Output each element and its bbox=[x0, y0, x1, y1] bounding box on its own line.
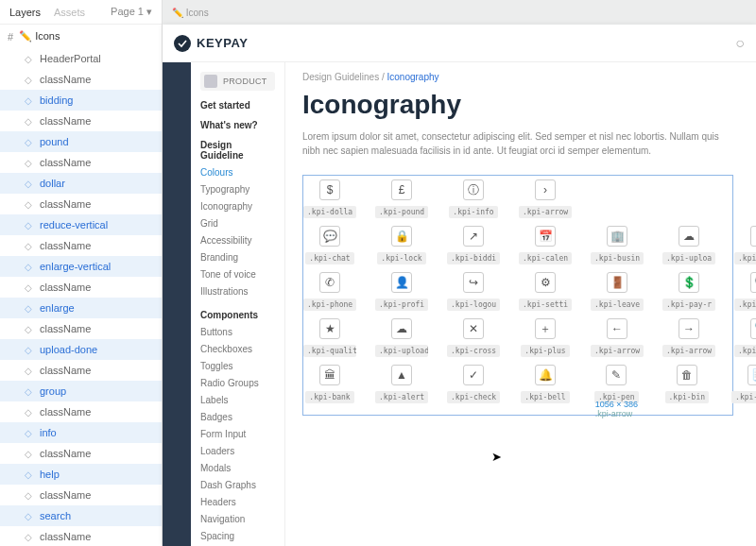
icon-cell[interactable]: ☁.kpi-uploa bbox=[666, 226, 712, 264]
layer-item[interactable]: ◇className bbox=[0, 194, 162, 214]
icon-grid[interactable]: $.kpi-dolla£.kpi-poundⓘ.kpi-info›.kpi-ar… bbox=[302, 175, 733, 416]
page-dropdown[interactable]: Page 1 ▾ bbox=[111, 6, 152, 18]
layer-item[interactable]: ◇className bbox=[0, 235, 162, 256]
sidebar-item[interactable]: Buttons bbox=[200, 324, 275, 341]
icon-cell[interactable]: 💬.kpi-chat bbox=[307, 226, 352, 264]
crumb-root[interactable]: Design Guidelines bbox=[302, 72, 379, 82]
layer-item[interactable]: ◇help bbox=[0, 464, 162, 485]
sidebar-item[interactable]: Modals bbox=[200, 460, 275, 477]
icon-cell[interactable]: ↪.kpi-logou bbox=[451, 272, 496, 311]
sidebar-item[interactable]: Iconography bbox=[200, 198, 275, 215]
sidebar-item[interactable]: Radio Groups bbox=[200, 375, 275, 392]
icon-cell[interactable]: ☁.kpi-upload bbox=[379, 318, 424, 357]
sidebar-item[interactable]: Loaders bbox=[200, 443, 275, 460]
icon-cell[interactable]: ›.kpi-arrow bbox=[523, 179, 568, 218]
layer-item[interactable]: ◇className bbox=[0, 360, 162, 381]
icon-cell[interactable]: 👤.kpi-profi bbox=[379, 272, 424, 311]
icon-cell[interactable]: 🔍.kpi-searc bbox=[738, 272, 756, 311]
sidebar-item[interactable]: Dash Graphs bbox=[200, 477, 275, 494]
product-switch[interactable]: PRODUCT bbox=[200, 72, 275, 91]
layer-item[interactable]: ◇className bbox=[0, 277, 162, 298]
icon-cell[interactable]: ⤢.kpi-enlar bbox=[738, 226, 756, 264]
icon-label: .kpi-alert bbox=[375, 391, 428, 403]
icon-label: .kpi-bin bbox=[665, 391, 710, 403]
icon-label: .kpi-biddi bbox=[447, 252, 500, 264]
layer-item[interactable]: ◇HeaderPortal bbox=[0, 48, 162, 69]
sidebar-item[interactable]: Accessibility bbox=[200, 232, 275, 249]
icon-cell[interactable]: ▲.kpi-alert bbox=[379, 365, 424, 403]
icon-cell[interactable]: ←.kpi-arrow bbox=[594, 318, 640, 357]
layer-item[interactable]: ◇className bbox=[0, 526, 162, 546]
icon-cell[interactable]: ⚙.kpi-setti bbox=[523, 272, 568, 311]
layer-item[interactable]: ◇dollar bbox=[0, 173, 162, 194]
brand-logo[interactable]: KEYPAY bbox=[174, 35, 248, 52]
icon-label: .kpi-arrow bbox=[519, 206, 572, 218]
dark-rail bbox=[163, 62, 191, 546]
layer-item[interactable]: ◇upload-done bbox=[0, 339, 162, 360]
sidebar-item[interactable]: Grid bbox=[200, 215, 275, 232]
icon-cell[interactable]: 🗑.kpi-bin bbox=[665, 365, 710, 403]
section-components: Components bbox=[200, 310, 275, 320]
sidebar-item[interactable]: Typography bbox=[200, 181, 275, 198]
icon-cell[interactable]: ⓘ.kpi-info bbox=[451, 179, 496, 218]
layer-item[interactable]: ◇className bbox=[0, 152, 162, 173]
icon-cell[interactable]: £.kpi-pound bbox=[379, 179, 424, 218]
sidebar-item[interactable]: Toggles bbox=[200, 358, 275, 375]
sidebar-item[interactable]: Headers bbox=[200, 494, 275, 511]
layer-item[interactable]: ◇search bbox=[0, 505, 162, 526]
layer-item[interactable]: ◇className bbox=[0, 318, 162, 339]
tab-layers[interactable]: Layers bbox=[9, 7, 41, 18]
icon-label: .kpi-setti bbox=[519, 299, 572, 311]
icon-cell[interactable]: ✎.kpi-pen bbox=[594, 365, 639, 403]
svg-point-0 bbox=[174, 35, 191, 52]
icon-cell[interactable]: $.kpi-dolla bbox=[307, 179, 352, 218]
sidebar-item[interactable]: Spacing bbox=[200, 528, 275, 545]
layer-item[interactable]: ◇bidding bbox=[0, 90, 162, 111]
sidebar-item[interactable]: Form Input bbox=[200, 426, 275, 443]
sidebar-item[interactable]: Tone of voice bbox=[200, 266, 275, 283]
layer-item[interactable]: ◇className bbox=[0, 443, 162, 464]
layer-item[interactable]: ◇className bbox=[0, 69, 162, 90]
icon-cell[interactable]: ＋.kpi-plus bbox=[523, 318, 568, 357]
sidebar-item[interactable]: Checkboxes bbox=[200, 341, 275, 358]
layer-item[interactable]: ◇className bbox=[0, 485, 162, 505]
layer-item[interactable]: ◇pound bbox=[0, 131, 162, 152]
icon-cell[interactable]: →.kpi-arrow bbox=[666, 318, 712, 357]
layer-item[interactable]: ◇className bbox=[0, 111, 162, 131]
icon-cell[interactable]: ✆.kpi-phone bbox=[307, 272, 352, 311]
app-header: KEYPAY ○ bbox=[163, 25, 756, 62]
sidebar-item[interactable]: Navigation bbox=[200, 511, 275, 528]
sidebar-item[interactable]: Branding bbox=[200, 249, 275, 266]
section-heading[interactable]: Design Guideline bbox=[200, 140, 275, 161]
icon-cell[interactable]: 📑.kpi-claim bbox=[735, 365, 756, 403]
icon-cell[interactable]: 🏢.kpi-busin bbox=[594, 226, 640, 264]
layer-item[interactable]: ◇reduce-vertical bbox=[0, 214, 162, 235]
sidebar-item[interactable]: Colours bbox=[200, 164, 275, 181]
icon-cell[interactable]: ↗.kpi-biddi bbox=[451, 226, 496, 264]
icon-cell[interactable]: ★.kpi-qualit bbox=[307, 318, 352, 357]
canvas-frame-label[interactable]: ✏️ Icons bbox=[163, 0, 756, 25]
icon-cell[interactable]: 🔒.kpi-lock bbox=[379, 226, 424, 264]
section-heading[interactable]: Get started bbox=[200, 100, 275, 111]
canvas[interactable]: ✏️ Icons KEYPAY ○ PRODUCT Get startedWha… bbox=[163, 0, 756, 546]
frame-title[interactable]: # ✏️ Icons bbox=[0, 25, 162, 48]
layer-item[interactable]: ◇info bbox=[0, 422, 162, 443]
icon-cell[interactable]: 🔔.kpi-bell bbox=[523, 365, 568, 403]
sidebar-item[interactable]: Badges bbox=[200, 409, 275, 426]
icon-cell[interactable]: 📎.kpi-attach bbox=[738, 318, 756, 357]
layer-item[interactable]: ◇className bbox=[0, 401, 162, 422]
layer-item[interactable]: ◇enlarge-vertical bbox=[0, 256, 162, 277]
section-heading[interactable]: What's new? bbox=[200, 120, 275, 130]
icon-cell[interactable]: 💲.kpi-pay-r bbox=[666, 272, 712, 311]
search-icon[interactable]: ○ bbox=[735, 35, 745, 52]
layer-item[interactable]: ◇group bbox=[0, 381, 162, 401]
icon-cell[interactable]: 🚪.kpi-leave bbox=[594, 272, 640, 311]
icon-cell[interactable]: ✕.kpi-cross bbox=[451, 318, 496, 357]
icon-cell[interactable]: 📅.kpi-calen bbox=[523, 226, 568, 264]
tab-assets[interactable]: Assets bbox=[54, 7, 85, 18]
icon-cell[interactable]: ✓.kpi-check bbox=[451, 365, 496, 403]
icon-cell[interactable]: 🏛.kpi-bank bbox=[307, 365, 352, 403]
sidebar-item[interactable]: Illustrations bbox=[200, 283, 275, 300]
layer-item[interactable]: ◇enlarge bbox=[0, 298, 162, 318]
sidebar-item[interactable]: Labels bbox=[200, 392, 275, 409]
